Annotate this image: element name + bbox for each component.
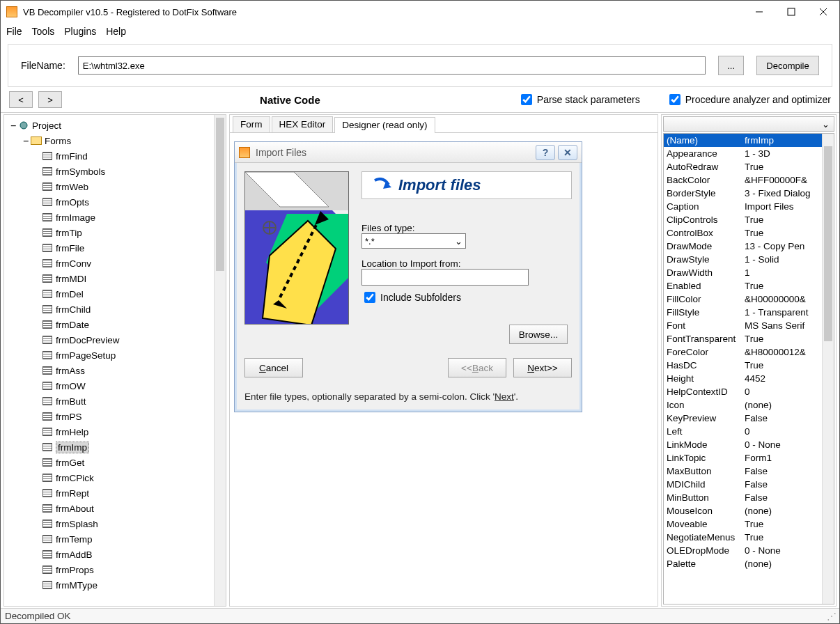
- browse-file-button[interactable]: ...: [718, 56, 744, 75]
- property-row[interactable]: FillColor&H00000000&: [664, 292, 834, 306]
- status-text: Decompiled OK: [5, 611, 71, 621]
- tree-item[interactable]: frmConv: [8, 256, 224, 271]
- property-row[interactable]: Icon(none): [664, 398, 834, 412]
- property-row[interactable]: ClipControlsTrue: [664, 213, 834, 226]
- tree-item[interactable]: frmDate: [8, 317, 224, 332]
- parse-stack-checkbox[interactable]: Parse stack parameters: [518, 92, 640, 107]
- nav-forward-button[interactable]: >: [38, 91, 62, 108]
- tree-item[interactable]: frmAddB: [8, 547, 224, 562]
- tree-item[interactable]: frmDel: [8, 286, 224, 302]
- property-row[interactable]: FontTransparentTrue: [664, 332, 834, 345]
- tree-item[interactable]: frmMDI: [8, 271, 224, 286]
- preview-help-button[interactable]: ?: [536, 145, 555, 160]
- menu-file[interactable]: File: [6, 26, 22, 37]
- tree-item[interactable]: frmGet: [8, 455, 224, 470]
- tree-item[interactable]: frmMType: [8, 577, 224, 593]
- resize-grip[interactable]: ⋰: [827, 611, 835, 622]
- tree-item[interactable]: frmHelp: [8, 424, 224, 439]
- property-row[interactable]: FontMS Sans Serif: [664, 319, 834, 332]
- property-row[interactable]: Palette(none): [664, 557, 834, 570]
- tree-item[interactable]: frmPS: [8, 409, 224, 424]
- procedure-analyzer-checkbox[interactable]: Procedure analyzer and optimizer: [667, 92, 831, 107]
- property-row[interactable]: LinkMode0 - None: [664, 438, 834, 451]
- project-tree-pane[interactable]: −Project−FormsfrmFindfrmSymbolsfrmWebfrm…: [3, 114, 226, 607]
- property-row[interactable]: AutoRedrawTrue: [664, 160, 834, 173]
- property-row[interactable]: DrawWidth1: [664, 266, 834, 279]
- menu-tools[interactable]: Tools: [32, 26, 55, 37]
- property-row[interactable]: Height4452: [664, 372, 834, 385]
- include-subfolders-checkbox[interactable]: Include Subfolders: [361, 290, 572, 305]
- tab-hex[interactable]: HEX Editor: [272, 116, 334, 132]
- property-row[interactable]: BorderStyle3 - Fixed Dialog: [664, 187, 834, 200]
- nav-back-button[interactable]: <: [9, 91, 33, 108]
- tree-root[interactable]: −Project: [8, 118, 224, 133]
- property-row[interactable]: OLEDropMode0 - None: [664, 544, 834, 557]
- tree-item[interactable]: frmCPick: [8, 470, 224, 485]
- menu-help[interactable]: Help: [106, 26, 126, 37]
- tree-item[interactable]: frmAbout: [8, 501, 224, 516]
- tree-item[interactable]: frmSymbols: [8, 164, 224, 179]
- property-row[interactable]: ControlBoxTrue: [664, 226, 834, 240]
- browse-location-button[interactable]: Browse...: [509, 325, 568, 344]
- property-row[interactable]: BackColor&HFF00000F&: [664, 173, 834, 187]
- files-of-type-combo[interactable]: *.* ⌄: [361, 233, 466, 249]
- tree-item[interactable]: frmDocPreview: [8, 332, 224, 348]
- tree-item[interactable]: frmWeb: [8, 179, 224, 194]
- property-grid[interactable]: (Name)frmImpAppearance1 - 3DAutoRedrawTr…: [663, 133, 834, 604]
- property-row[interactable]: MinButtonFalse: [664, 491, 834, 504]
- close-button[interactable]: [807, 1, 839, 23]
- tree-item[interactable]: frmAss: [8, 363, 224, 378]
- svg-point-4: [20, 122, 27, 129]
- property-row[interactable]: FillStyle1 - Transparent: [664, 306, 834, 319]
- preview-close-button[interactable]: ✕: [558, 145, 577, 160]
- property-row[interactable]: MouseIcon(none): [664, 504, 834, 517]
- back-button[interactable]: << Back: [448, 358, 506, 377]
- property-row[interactable]: ForeColor&H80000012&: [664, 345, 834, 359]
- property-row[interactable]: Appearance1 - 3D: [664, 147, 834, 160]
- decompile-button[interactable]: Decompile: [756, 56, 819, 75]
- property-row[interactable]: KeyPreviewFalse: [664, 412, 834, 425]
- tree-item[interactable]: frmFind: [8, 148, 224, 164]
- tree-item[interactable]: frmImage: [8, 210, 224, 225]
- property-row[interactable]: DrawMode13 - Copy Pen: [664, 240, 834, 253]
- tab-form[interactable]: Form: [233, 116, 270, 132]
- tree-item[interactable]: frmTip: [8, 225, 224, 240]
- property-scrollbar[interactable]: [822, 134, 834, 604]
- menu-plugins[interactable]: Plugins: [64, 26, 96, 37]
- property-row[interactable]: NegotiateMenusTrue: [664, 531, 834, 544]
- cancel-button[interactable]: Cancel: [244, 358, 303, 377]
- tree-item[interactable]: frmImp: [8, 439, 224, 455]
- property-row[interactable]: Left0: [664, 425, 834, 438]
- tree-scrollbar[interactable]: [214, 115, 226, 606]
- tree-item[interactable]: frmChild: [8, 302, 224, 317]
- preview-window: Import Files ? ✕: [234, 141, 582, 412]
- location-input[interactable]: [361, 269, 529, 286]
- property-row[interactable]: MaxButtonFalse: [664, 465, 834, 478]
- tree-item[interactable]: frmTemp: [8, 531, 224, 547]
- property-row[interactable]: MoveableTrue: [664, 517, 834, 531]
- tree-item[interactable]: frmFile: [8, 240, 224, 256]
- property-row[interactable]: CaptionImport Files: [664, 200, 834, 213]
- property-row[interactable]: HasDCTrue: [664, 359, 834, 372]
- tree-item[interactable]: frmProps: [8, 562, 224, 577]
- property-row[interactable]: HelpContextID0: [664, 385, 834, 398]
- tree-forms[interactable]: −Forms: [8, 133, 224, 148]
- minimize-button[interactable]: [743, 1, 775, 23]
- property-selector[interactable]: ⌄: [663, 116, 834, 132]
- tab-designer[interactable]: Designer (read only): [334, 117, 435, 133]
- tree-item[interactable]: frmSplash: [8, 516, 224, 531]
- property-row[interactable]: MDIChildFalse: [664, 478, 834, 491]
- property-row[interactable]: LinkTopicForm1: [664, 451, 834, 465]
- next-button[interactable]: Next >>: [513, 358, 572, 377]
- tree-item[interactable]: frmOW: [8, 378, 224, 393]
- maximize-button[interactable]: [775, 1, 807, 23]
- filename-input[interactable]: [78, 56, 706, 75]
- property-row[interactable]: (Name)frmImp: [664, 134, 834, 147]
- tree-item[interactable]: frmPageSetup: [8, 348, 224, 363]
- property-row[interactable]: EnabledTrue: [664, 279, 834, 292]
- tree-item[interactable]: frmOpts: [8, 194, 224, 210]
- tree-item[interactable]: frmButt: [8, 393, 224, 409]
- statusbar: Decompiled OK ⋰: [1, 608, 839, 623]
- property-row[interactable]: DrawStyle1 - Solid: [664, 253, 834, 266]
- tree-item[interactable]: frmRept: [8, 485, 224, 501]
